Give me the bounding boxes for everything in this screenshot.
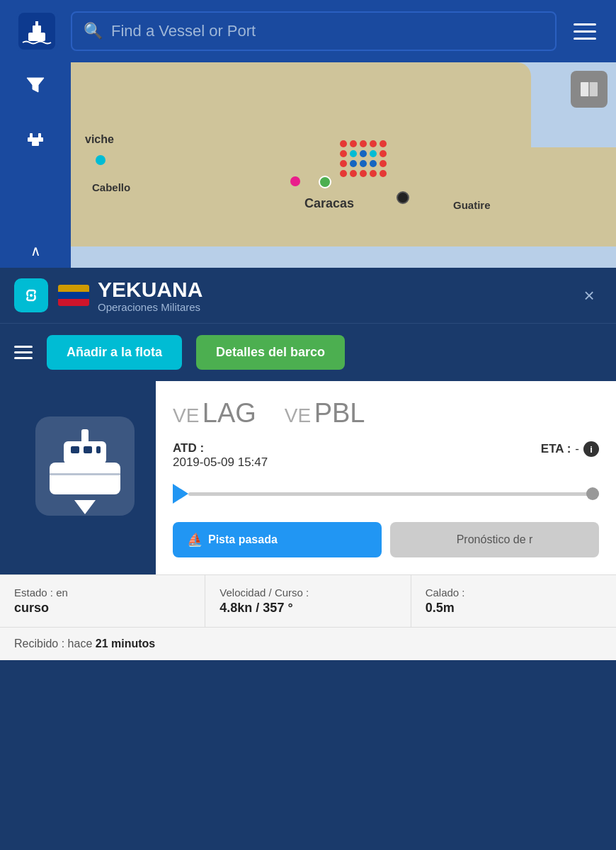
map-dot-green (319, 176, 331, 188)
hamburger-line-1 (574, 23, 596, 26)
filter-icon[interactable] (24, 74, 47, 101)
arrival-code: PBL (314, 398, 365, 428)
route-icon: ⛵ (187, 532, 203, 548)
search-placeholder: Find a Vessel or Port (111, 22, 256, 40)
svg-rect-20 (84, 446, 92, 453)
journey-details: VE LAG VE PBL ATD : 2019-05-09 15:47 ETA… (156, 381, 616, 574)
svg-rect-12 (581, 82, 589, 96)
past-track-button[interactable]: ⛵ Pista pasada (173, 522, 382, 557)
journey-card: VE LAG VE PBL ATD : 2019-05-09 15:47 ETA… (0, 381, 616, 574)
forecast-button[interactable]: Pronóstico de r (390, 522, 599, 557)
status-draft-cell: Calado : 0.5m (411, 575, 616, 627)
add-to-fleet-button[interactable]: Añadir a la flota (47, 335, 182, 370)
collapse-icon[interactable]: ∧ (30, 242, 41, 259)
departure-port: VE LAG (173, 398, 256, 429)
menu-line-1 (14, 346, 33, 348)
map-area[interactable]: ∧ viche Cabello Caracas Guatire (0, 62, 616, 268)
svg-rect-24 (50, 473, 120, 475)
vessel-link-icon[interactable] (14, 278, 48, 312)
map-dot-pink (290, 176, 300, 186)
arrival-prefix: VE (285, 404, 311, 426)
arrival-port: VE PBL (285, 398, 365, 429)
departure-code: LAG (203, 398, 256, 428)
svg-rect-22 (81, 429, 89, 443)
hamburger-line-2 (574, 30, 596, 33)
vessel-type: Operaciones Militares (98, 301, 203, 313)
map-location-pin (397, 191, 409, 204)
svg-rect-7 (30, 133, 33, 138)
svg-rect-4 (35, 21, 38, 27)
svg-point-15 (30, 294, 33, 297)
status-bar: Estado : en curso Velocidad / Curso : 4.… (0, 574, 616, 627)
close-button[interactable]: × (576, 283, 602, 308)
received-prefix: Recibido : hace (14, 638, 92, 650)
svg-rect-17 (50, 463, 120, 494)
action-row: Añadir a la flota Detalles del barco (0, 324, 616, 381)
map-label-guatire: Guatire (453, 199, 491, 211)
eta-dash: - (575, 442, 579, 456)
hamburger-button[interactable] (565, 11, 605, 51)
svg-rect-13 (589, 82, 598, 96)
svg-rect-21 (96, 446, 101, 453)
hamburger-line-3 (574, 38, 596, 40)
departure-prefix: VE (173, 404, 199, 426)
atd-label: ATD : (173, 441, 204, 455)
svg-rect-9 (38, 133, 41, 138)
progress-bar (173, 484, 599, 504)
speed-label: Velocidad / Curso : (219, 586, 396, 599)
track-buttons: ⛵ Pista pasada Pronóstico de r (173, 522, 599, 557)
eta-label: ETA : (541, 442, 571, 456)
venezuela-flag (58, 285, 89, 306)
state-label: Estado : en (14, 586, 190, 599)
progress-endpoint (586, 487, 599, 500)
status-speed-cell: Velocidad / Curso : 4.8kn / 357 ° (205, 575, 411, 627)
received-time: 21 minutos (96, 638, 155, 650)
flag-name-group: YEKUANA Operaciones Militares (58, 278, 566, 313)
draft-value: 0.5m (426, 601, 602, 616)
progress-track (188, 492, 599, 496)
vessel-name: YEKUANA (98, 278, 203, 301)
menu-line-2 (14, 351, 33, 353)
atd-value: 2019-05-09 15:47 (173, 455, 268, 470)
panel-menu-button[interactable] (14, 346, 33, 359)
map-left-sidebar: ∧ (0, 62, 71, 268)
vessels-icon[interactable] (22, 123, 49, 154)
svg-rect-11 (34, 137, 37, 142)
vessel-details-button[interactable]: Detalles del barco (196, 335, 345, 370)
atd-eta-row: ATD : 2019-05-09 15:47 ETA : - i (173, 441, 599, 470)
vessel-name-group: YEKUANA Operaciones Militares (98, 278, 203, 313)
svg-marker-5 (27, 78, 44, 92)
received-bar: Recibido : hace 21 minutos (0, 627, 616, 660)
vessel-header: YEKUANA Operaciones Militares × (0, 268, 616, 324)
past-track-label: Pista pasada (208, 533, 278, 546)
atd-section: ATD : 2019-05-09 15:47 (173, 441, 268, 470)
land-coast (0, 62, 531, 147)
map-dot-teal (96, 155, 105, 165)
draft-label: Calado : (426, 586, 602, 599)
svg-rect-19 (71, 446, 79, 453)
map-label-caracas: Caracas (304, 196, 354, 211)
speed-value: 4.8kn / 357 ° (219, 601, 396, 616)
status-state-cell: Estado : en curso (0, 575, 205, 627)
header-bar: 🔍 Find a Vessel or Port (0, 0, 616, 62)
map-control-button[interactable] (571, 71, 608, 108)
state-value: curso (14, 601, 190, 616)
eta-section: ETA : - i (541, 441, 599, 457)
vessel-icon-box (14, 381, 156, 551)
info-icon[interactable]: i (583, 441, 599, 457)
ship-cluster (340, 140, 388, 178)
map-label-viche: viche (85, 133, 114, 146)
progress-arrow (173, 484, 188, 504)
app-logo (11, 6, 62, 57)
menu-line-3 (14, 357, 33, 359)
search-icon: 🔍 (84, 22, 103, 40)
svg-rect-2 (28, 33, 45, 41)
vessel-panel: YEKUANA Operaciones Militares × Añadir a… (0, 268, 616, 660)
port-row: VE LAG VE PBL (173, 398, 599, 429)
map-label-cabello: Cabello (92, 181, 130, 193)
search-bar[interactable]: 🔍 Find a Vessel or Port (71, 11, 557, 51)
